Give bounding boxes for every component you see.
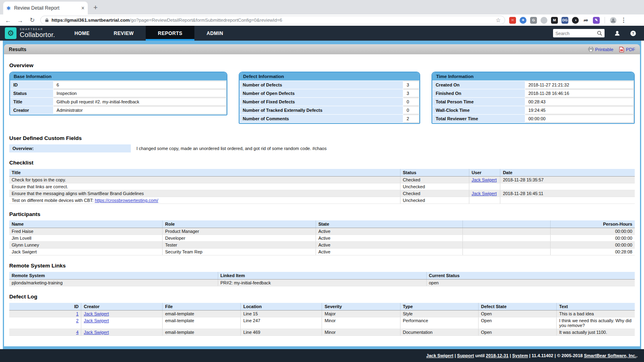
search-icon[interactable] xyxy=(597,31,602,36)
table-cell: Security Team Rep xyxy=(163,249,316,255)
table-cell: 00:00:00 xyxy=(550,228,635,235)
browser-profile-avatar[interactable] xyxy=(610,17,617,24)
pen-extension-icon[interactable]: ✎ xyxy=(593,17,600,24)
url-path: /go?page=ReviewDetailReport&formSubmitte… xyxy=(130,18,282,23)
table-link[interactable]: 2 xyxy=(76,318,78,323)
defect-information-box: Defect Information Number of Defects3Num… xyxy=(239,72,420,124)
nav-review[interactable]: REVIEW xyxy=(102,26,146,41)
forward-icon[interactable]: → xyxy=(16,17,24,24)
back-icon[interactable]: ← xyxy=(4,17,12,24)
table-cell: PR#2: my-initial-feedback xyxy=(218,280,426,286)
table-row: Jim LovellDeveloperActive00:00:00 xyxy=(9,235,635,242)
column-header: Current Status xyxy=(426,272,635,280)
bookmark-star-icon[interactable]: ☆ xyxy=(495,17,501,23)
info-label: Title xyxy=(10,98,54,106)
new-tab-button[interactable]: + xyxy=(93,4,98,12)
column-header: Location xyxy=(241,303,322,311)
svg-text:?: ? xyxy=(632,31,634,35)
table-link[interactable]: Jack Swigert xyxy=(84,330,109,335)
search-box[interactable] xyxy=(553,29,605,37)
reload-icon[interactable]: ↻ xyxy=(28,16,36,24)
info-row: Wall-Clock Time19:24:45 xyxy=(432,106,634,114)
table-cell: Performance xyxy=(400,317,478,329)
report-panel: Overview Base Information ID6StatusInspe… xyxy=(4,54,640,346)
base-information-box: Base Information ID6StatusInspectionTitl… xyxy=(9,72,227,115)
g-extension-icon[interactable]: G xyxy=(530,17,537,24)
table-cell: Test on different mobile devices with CB… xyxy=(9,197,400,204)
table-link[interactable]: 4 xyxy=(76,330,78,335)
search-input[interactable] xyxy=(555,31,595,36)
extension-tray: ⁙✦G●MDG◑➦✎ xyxy=(509,17,600,24)
footer-link[interactable]: Jack Swigert xyxy=(426,353,453,358)
printable-link[interactable]: Printable xyxy=(588,47,613,52)
red-grid-extension-icon[interactable]: ⁙ xyxy=(509,17,516,24)
info-value: 0 xyxy=(403,98,419,106)
table-link[interactable]: Jack Swigert xyxy=(84,318,109,323)
brand-logo[interactable]: ⚙ SMARTBEAR Collabortor. xyxy=(0,26,62,41)
gray-circle-extension-icon[interactable]: ● xyxy=(541,17,547,24)
column-header: Name xyxy=(9,220,163,228)
info-value: 2018-11-28 16:46:16 xyxy=(525,89,634,97)
info-label: Number of Comments xyxy=(239,115,403,123)
info-value: Administrator xyxy=(54,106,227,114)
info-value: 3 xyxy=(403,89,419,97)
info-row: Created On2018-11-27 21:21:32 xyxy=(432,81,634,89)
table-cell: Jack Swigert xyxy=(81,311,163,317)
nav-home[interactable]: HOME xyxy=(62,26,102,41)
info-row: Number of Comments2 xyxy=(239,115,419,123)
info-label: Number of Tracked Externally Defects xyxy=(239,106,403,114)
nav-admin[interactable]: ADMIN xyxy=(194,26,235,41)
table-cell xyxy=(500,183,635,190)
chrome-menu-icon[interactable]: ⋮ xyxy=(621,16,627,24)
footer-link[interactable]: Support xyxy=(457,353,474,358)
funnel-extension-icon[interactable]: ➦ xyxy=(582,17,589,24)
tab-close-icon[interactable]: × xyxy=(81,5,85,11)
brand-smartbear-label: SMARTBEAR xyxy=(20,28,55,31)
custom-field-label: Overview: xyxy=(9,144,131,152)
help-icon[interactable]: ? xyxy=(630,30,637,37)
table-link[interactable]: 1 xyxy=(76,311,78,316)
browser-tab[interactable]: ✱ Review Detail Report × xyxy=(3,2,88,14)
custom-field-value: I changed some copy, made an unordered l… xyxy=(131,144,326,151)
info-label: Status xyxy=(10,89,54,97)
table-cell: Developer xyxy=(163,235,316,242)
brand-collaborator-label: Collabortor. xyxy=(20,31,55,38)
address-bar[interactable]: https://gmail361.smartbeartrial.com/go?p… xyxy=(40,16,505,25)
nav-reports[interactable]: REPORTS xyxy=(146,26,194,41)
table-link[interactable]: Jack Swigert xyxy=(84,311,109,316)
footer-link[interactable]: System xyxy=(512,353,528,358)
m-extension-icon[interactable]: M xyxy=(551,17,558,24)
table-cell: Minor xyxy=(322,317,400,329)
footer-link[interactable]: 2018-12-31 xyxy=(486,353,508,358)
table-cell xyxy=(469,183,500,190)
overview-heading: Overview xyxy=(9,62,635,68)
footer-link[interactable]: SmartBear Software, Inc. xyxy=(584,353,636,358)
footer-segment: until xyxy=(474,353,486,358)
table-cell: Checked xyxy=(400,177,469,183)
column-header: Remote System xyxy=(9,272,218,280)
pdf-link[interactable]: PDF xyxy=(619,47,635,52)
footer-segment: . xyxy=(636,353,638,358)
table-link[interactable]: Jack Swigert xyxy=(472,191,497,196)
info-row: Total Person Time00:28:43 xyxy=(432,98,634,106)
checklist-table: TitleStatusUserDate Check for typos in t… xyxy=(9,169,635,204)
moon-extension-icon[interactable]: ◑ xyxy=(572,17,579,24)
info-value: 00:00:00 xyxy=(525,115,634,123)
column-header: Severity xyxy=(322,303,400,311)
overview-boxes: Base Information ID6StatusInspectionTitl… xyxy=(9,72,635,124)
info-value: 0 xyxy=(403,106,419,114)
blue-diamond-extension-icon[interactable]: ✦ xyxy=(520,17,526,24)
dg-extension-icon[interactable]: DG xyxy=(561,17,568,24)
pdf-icon xyxy=(619,47,624,52)
table-link[interactable]: https://crossbrowsertesting.com/ xyxy=(95,198,158,203)
results-links: Printable PDF xyxy=(588,47,635,52)
column-header: Type xyxy=(400,303,478,311)
footer-text: Jack Swigert | Support until 2018-12-31 … xyxy=(426,353,638,358)
table-cell: Ensure that links are correct. xyxy=(9,183,400,190)
table-row: Ensure that links are correct.Unchecked xyxy=(9,183,635,190)
table-link[interactable]: Jack Swigert xyxy=(472,177,497,182)
table-cell xyxy=(463,228,551,235)
table-cell xyxy=(469,197,500,204)
user-icon[interactable] xyxy=(613,30,621,37)
toolbar-divider xyxy=(605,17,605,23)
